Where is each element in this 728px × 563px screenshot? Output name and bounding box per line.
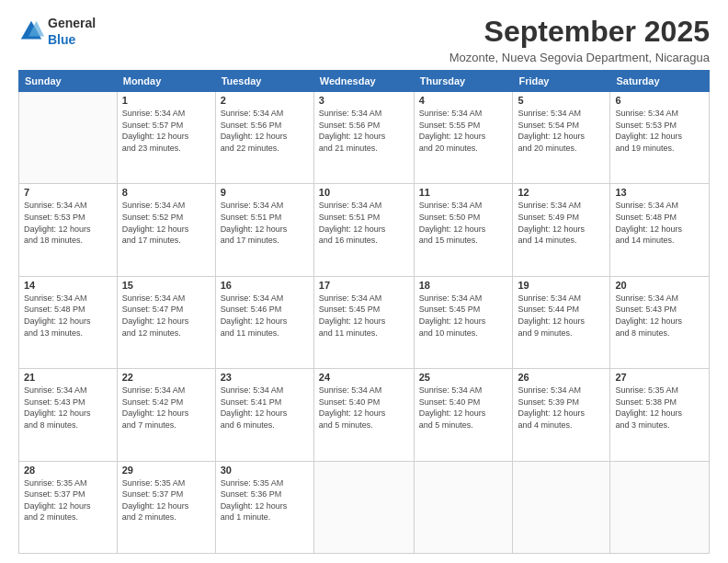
- calendar-cell: 20Sunrise: 5:34 AM Sunset: 5:43 PM Dayli…: [610, 276, 710, 368]
- week-row-2: 14Sunrise: 5:34 AM Sunset: 5:48 PM Dayli…: [19, 276, 710, 368]
- day-info: Sunrise: 5:34 AM Sunset: 5:47 PM Dayligh…: [122, 293, 210, 339]
- day-number: 16: [221, 280, 309, 291]
- day-number: 29: [122, 465, 210, 476]
- logo-icon: [18, 18, 44, 44]
- header-row: Sunday Monday Tuesday Wednesday Thursday…: [19, 71, 710, 92]
- day-number: 3: [319, 95, 409, 106]
- day-info: Sunrise: 5:35 AM Sunset: 5:36 PM Dayligh…: [221, 477, 309, 523]
- day-info: Sunrise: 5:34 AM Sunset: 5:53 PM Dayligh…: [615, 108, 704, 154]
- calendar-cell: [610, 461, 710, 553]
- logo: General Blue: [18, 15, 96, 48]
- day-number: 28: [24, 465, 112, 476]
- calendar-cell: 28Sunrise: 5:35 AM Sunset: 5:37 PM Dayli…: [19, 461, 118, 553]
- day-number: 8: [122, 187, 210, 198]
- day-info: Sunrise: 5:34 AM Sunset: 5:43 PM Dayligh…: [615, 293, 704, 339]
- calendar-cell: 12Sunrise: 5:34 AM Sunset: 5:49 PM Dayli…: [513, 184, 610, 276]
- day-number: 7: [24, 187, 112, 198]
- day-info: Sunrise: 5:34 AM Sunset: 5:51 PM Dayligh…: [221, 200, 309, 246]
- day-info: Sunrise: 5:34 AM Sunset: 5:39 PM Dayligh…: [518, 385, 605, 431]
- calendar-cell: 25Sunrise: 5:34 AM Sunset: 5:40 PM Dayli…: [414, 369, 513, 461]
- calendar-cell: 17Sunrise: 5:34 AM Sunset: 5:45 PM Dayli…: [313, 276, 414, 368]
- calendar-cell: 19Sunrise: 5:34 AM Sunset: 5:44 PM Dayli…: [513, 276, 610, 368]
- col-wednesday: Wednesday: [313, 71, 414, 92]
- day-number: 5: [518, 95, 605, 106]
- day-number: 21: [24, 372, 112, 383]
- calendar-cell: [414, 461, 513, 553]
- day-info: Sunrise: 5:34 AM Sunset: 5:55 PM Dayligh…: [419, 108, 508, 154]
- day-info: Sunrise: 5:34 AM Sunset: 5:53 PM Dayligh…: [24, 200, 112, 246]
- day-number: 4: [419, 95, 508, 106]
- day-info: Sunrise: 5:34 AM Sunset: 5:45 PM Dayligh…: [319, 293, 409, 339]
- week-row-4: 28Sunrise: 5:35 AM Sunset: 5:37 PM Dayli…: [19, 461, 710, 553]
- day-number: 18: [419, 280, 508, 291]
- calendar-cell: 9Sunrise: 5:34 AM Sunset: 5:51 PM Daylig…: [215, 184, 313, 276]
- day-info: Sunrise: 5:34 AM Sunset: 5:48 PM Dayligh…: [24, 293, 112, 339]
- day-info: Sunrise: 5:34 AM Sunset: 5:45 PM Dayligh…: [419, 293, 508, 339]
- day-info: Sunrise: 5:34 AM Sunset: 5:57 PM Dayligh…: [122, 108, 210, 154]
- calendar-cell: 21Sunrise: 5:34 AM Sunset: 5:43 PM Dayli…: [19, 369, 118, 461]
- day-info: Sunrise: 5:35 AM Sunset: 5:37 PM Dayligh…: [122, 477, 210, 523]
- col-thursday: Thursday: [414, 71, 513, 92]
- day-number: 15: [122, 280, 210, 291]
- day-number: 19: [518, 280, 605, 291]
- day-info: Sunrise: 5:34 AM Sunset: 5:51 PM Dayligh…: [319, 200, 409, 246]
- day-number: 17: [319, 280, 409, 291]
- calendar-cell: 5Sunrise: 5:34 AM Sunset: 5:54 PM Daylig…: [513, 92, 610, 184]
- calendar-cell: 14Sunrise: 5:34 AM Sunset: 5:48 PM Dayli…: [19, 276, 118, 368]
- week-row-0: 1Sunrise: 5:34 AM Sunset: 5:57 PM Daylig…: [19, 92, 710, 184]
- col-monday: Monday: [117, 71, 215, 92]
- day-info: Sunrise: 5:34 AM Sunset: 5:49 PM Dayligh…: [518, 200, 605, 246]
- day-info: Sunrise: 5:35 AM Sunset: 5:37 PM Dayligh…: [24, 477, 112, 523]
- calendar-cell: 27Sunrise: 5:35 AM Sunset: 5:38 PM Dayli…: [610, 369, 710, 461]
- logo-general: General: [48, 16, 96, 30]
- calendar-header: Sunday Monday Tuesday Wednesday Thursday…: [19, 71, 710, 92]
- day-number: 14: [24, 280, 112, 291]
- calendar-cell: 24Sunrise: 5:34 AM Sunset: 5:40 PM Dayli…: [313, 369, 414, 461]
- day-number: 26: [518, 372, 605, 383]
- calendar-cell: 1Sunrise: 5:34 AM Sunset: 5:57 PM Daylig…: [117, 92, 215, 184]
- day-number: 27: [615, 372, 704, 383]
- calendar-cell: 23Sunrise: 5:34 AM Sunset: 5:41 PM Dayli…: [215, 369, 313, 461]
- day-number: 25: [419, 372, 508, 383]
- day-info: Sunrise: 5:34 AM Sunset: 5:43 PM Dayligh…: [24, 385, 112, 431]
- day-info: Sunrise: 5:34 AM Sunset: 5:56 PM Dayligh…: [221, 108, 309, 154]
- day-info: Sunrise: 5:34 AM Sunset: 5:46 PM Dayligh…: [221, 293, 309, 339]
- day-number: 2: [221, 95, 309, 106]
- col-friday: Friday: [513, 71, 610, 92]
- col-sunday: Sunday: [19, 71, 118, 92]
- day-number: 23: [221, 372, 309, 383]
- page: General Blue September 2025 Mozonte, Nue…: [0, 0, 728, 563]
- day-number: 10: [319, 187, 409, 198]
- calendar-table: Sunday Monday Tuesday Wednesday Thursday…: [18, 70, 710, 554]
- calendar-cell: [513, 461, 610, 553]
- week-row-3: 21Sunrise: 5:34 AM Sunset: 5:43 PM Dayli…: [19, 369, 710, 461]
- month-title: September 2025: [449, 15, 710, 49]
- calendar-cell: 2Sunrise: 5:34 AM Sunset: 5:56 PM Daylig…: [215, 92, 313, 184]
- calendar-cell: 8Sunrise: 5:34 AM Sunset: 5:52 PM Daylig…: [117, 184, 215, 276]
- day-info: Sunrise: 5:34 AM Sunset: 5:44 PM Dayligh…: [518, 293, 605, 339]
- day-info: Sunrise: 5:34 AM Sunset: 5:40 PM Dayligh…: [319, 385, 409, 431]
- calendar-cell: 15Sunrise: 5:34 AM Sunset: 5:47 PM Dayli…: [117, 276, 215, 368]
- day-info: Sunrise: 5:34 AM Sunset: 5:48 PM Dayligh…: [615, 200, 704, 246]
- header: General Blue September 2025 Mozonte, Nue…: [18, 15, 710, 64]
- calendar-cell: 26Sunrise: 5:34 AM Sunset: 5:39 PM Dayli…: [513, 369, 610, 461]
- calendar-cell: 18Sunrise: 5:34 AM Sunset: 5:45 PM Dayli…: [414, 276, 513, 368]
- day-number: 22: [122, 372, 210, 383]
- day-number: 20: [615, 280, 704, 291]
- calendar-cell: 7Sunrise: 5:34 AM Sunset: 5:53 PM Daylig…: [19, 184, 118, 276]
- day-number: 9: [221, 187, 309, 198]
- location: Mozonte, Nueva Segovia Department, Nicar…: [449, 51, 710, 64]
- day-number: 13: [615, 187, 704, 198]
- day-info: Sunrise: 5:34 AM Sunset: 5:54 PM Dayligh…: [518, 108, 605, 154]
- day-info: Sunrise: 5:34 AM Sunset: 5:41 PM Dayligh…: [221, 385, 309, 431]
- calendar-cell: 16Sunrise: 5:34 AM Sunset: 5:46 PM Dayli…: [215, 276, 313, 368]
- calendar-cell: 10Sunrise: 5:34 AM Sunset: 5:51 PM Dayli…: [313, 184, 414, 276]
- calendar-cell: 30Sunrise: 5:35 AM Sunset: 5:36 PM Dayli…: [215, 461, 313, 553]
- calendar-cell: [313, 461, 414, 553]
- day-number: 1: [122, 95, 210, 106]
- day-info: Sunrise: 5:34 AM Sunset: 5:52 PM Dayligh…: [122, 200, 210, 246]
- day-number: 6: [615, 95, 704, 106]
- title-section: September 2025 Mozonte, Nueva Segovia De…: [449, 15, 710, 64]
- calendar-cell: 4Sunrise: 5:34 AM Sunset: 5:55 PM Daylig…: [414, 92, 513, 184]
- week-row-1: 7Sunrise: 5:34 AM Sunset: 5:53 PM Daylig…: [19, 184, 710, 276]
